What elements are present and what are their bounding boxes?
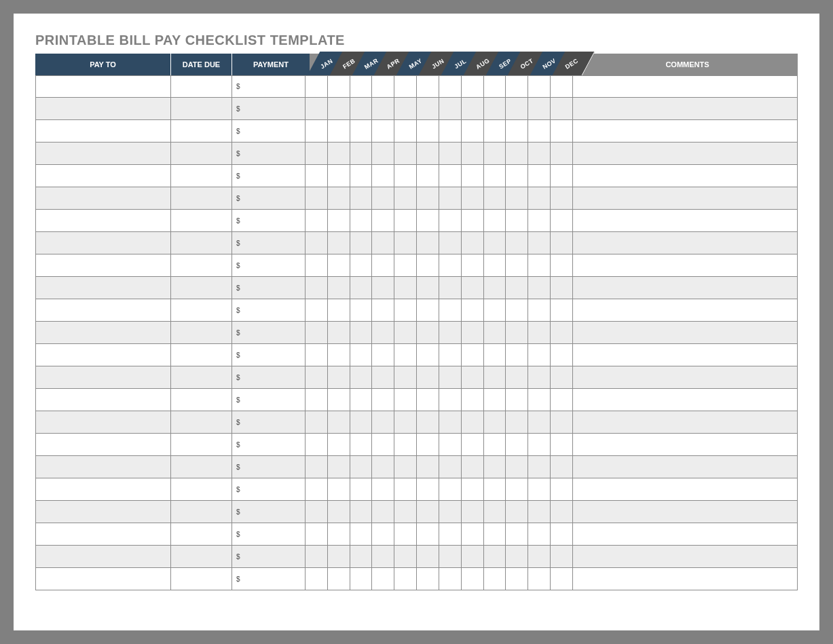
cell-pay-to xyxy=(35,187,171,210)
cell-month-jul xyxy=(439,299,462,322)
cell-month-dec xyxy=(551,568,573,590)
cell-month-aug xyxy=(462,389,484,411)
cell-month-feb xyxy=(328,187,350,210)
cell-month-mar xyxy=(350,523,373,546)
cell-month-jan xyxy=(306,389,328,411)
cell-date-due xyxy=(171,478,232,501)
cell-date-due xyxy=(171,299,232,322)
cell-comments xyxy=(573,344,798,366)
cell-month-sep xyxy=(484,568,506,590)
cell-month-jan xyxy=(306,254,328,277)
cell-comments xyxy=(573,389,798,411)
cell-month-dec xyxy=(551,434,573,456)
table-row: $ xyxy=(35,389,798,411)
cell-month-jul xyxy=(439,322,462,344)
cell-month-dec xyxy=(551,277,573,299)
cell-month-jul xyxy=(439,568,462,590)
cell-month-apr xyxy=(372,501,394,523)
cell-comments xyxy=(573,523,798,546)
cell-month-jun xyxy=(417,568,439,590)
cell-month-dec xyxy=(551,411,573,434)
cell-month-oct xyxy=(506,232,528,254)
cell-month-aug xyxy=(462,165,484,187)
cell-month-jan xyxy=(306,366,328,389)
cell-month-apr xyxy=(372,434,394,456)
table-row: $ xyxy=(35,344,798,366)
cell-month-may xyxy=(394,143,417,165)
cell-month-jul xyxy=(439,523,462,546)
cell-month-nov xyxy=(528,411,551,434)
cell-month-jun xyxy=(417,277,439,299)
cell-pay-to xyxy=(35,456,171,478)
cell-month-apr xyxy=(372,143,394,165)
cell-date-due xyxy=(171,456,232,478)
cell-comments xyxy=(573,322,798,344)
cell-payment: $ xyxy=(232,523,306,546)
cell-month-mar xyxy=(350,434,373,456)
cell-month-sep xyxy=(484,143,506,165)
cell-month-jan xyxy=(306,277,328,299)
cell-month-jun xyxy=(417,523,439,546)
table-row: $ xyxy=(35,456,798,478)
cell-month-oct xyxy=(506,344,528,366)
table-header: PAY TO DATE DUE PAYMENT JANFEBMARAPRMAYJ… xyxy=(35,54,798,75)
cell-month-nov xyxy=(528,75,551,98)
cell-month-jun xyxy=(417,434,439,456)
cell-month-feb xyxy=(328,456,350,478)
cell-month-nov xyxy=(528,232,551,254)
table-row: $ xyxy=(35,523,798,546)
cell-month-oct xyxy=(506,568,528,590)
cell-month-feb xyxy=(328,389,350,411)
cell-month-apr xyxy=(372,299,394,322)
cell-month-oct xyxy=(506,98,528,120)
cell-pay-to xyxy=(35,478,171,501)
cell-month-jun xyxy=(417,389,439,411)
cell-month-mar xyxy=(350,322,373,344)
cell-pay-to xyxy=(35,501,171,523)
cell-month-apr xyxy=(372,523,394,546)
cell-month-mar xyxy=(350,478,373,501)
checklist-table: PAY TO DATE DUE PAYMENT JANFEBMARAPRMAYJ… xyxy=(35,54,798,590)
cell-month-aug xyxy=(462,143,484,165)
cell-month-oct xyxy=(506,322,528,344)
cell-date-due xyxy=(171,120,232,143)
cell-month-jan xyxy=(306,456,328,478)
table-row: $ xyxy=(35,254,798,277)
cell-pay-to xyxy=(35,568,171,590)
cell-pay-to xyxy=(35,546,171,568)
month-label: JUL xyxy=(453,57,467,69)
cell-month-jan xyxy=(306,501,328,523)
cell-payment: $ xyxy=(232,143,306,165)
cell-month-aug xyxy=(462,187,484,210)
cell-month-nov xyxy=(528,344,551,366)
cell-payment: $ xyxy=(232,434,306,456)
cell-month-sep xyxy=(484,366,506,389)
cell-payment: $ xyxy=(232,210,306,232)
cell-month-apr xyxy=(372,411,394,434)
month-label: SEP xyxy=(498,57,513,70)
cell-pay-to xyxy=(35,120,171,143)
month-label: OCT xyxy=(519,57,535,70)
cell-month-nov xyxy=(528,456,551,478)
cell-pay-to xyxy=(35,322,171,344)
cell-date-due xyxy=(171,568,232,590)
header-comments: COMMENTS xyxy=(577,54,798,75)
cell-month-jul xyxy=(439,232,462,254)
cell-date-due xyxy=(171,143,232,165)
cell-month-feb xyxy=(328,322,350,344)
header-date-due: DATE DUE xyxy=(171,54,232,75)
cell-month-feb xyxy=(328,478,350,501)
cell-payment: $ xyxy=(232,456,306,478)
cell-month-feb xyxy=(328,344,350,366)
cell-date-due xyxy=(171,523,232,546)
cell-month-sep xyxy=(484,75,506,98)
cell-month-dec xyxy=(551,344,573,366)
table-row: $ xyxy=(35,568,798,590)
cell-pay-to xyxy=(35,232,171,254)
cell-month-jul xyxy=(439,411,462,434)
cell-payment: $ xyxy=(232,299,306,322)
cell-month-sep xyxy=(484,456,506,478)
cell-month-sep xyxy=(484,411,506,434)
cell-month-nov xyxy=(528,299,551,322)
cell-month-mar xyxy=(350,187,373,210)
